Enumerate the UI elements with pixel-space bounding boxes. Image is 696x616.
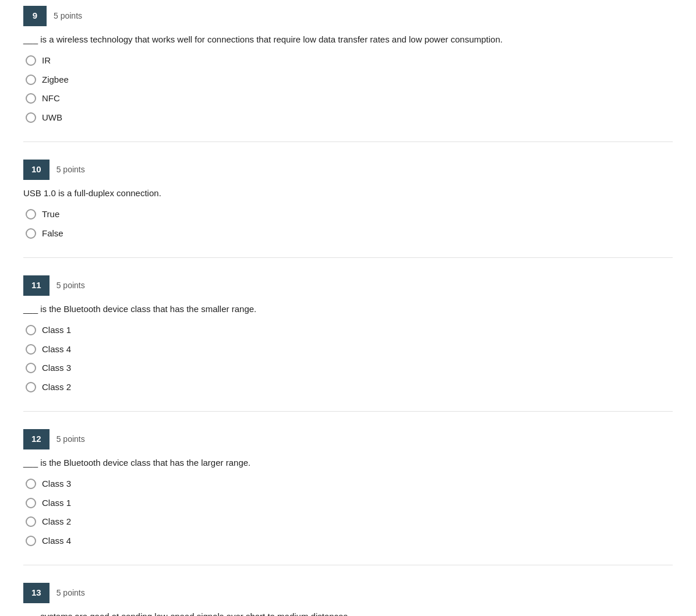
radio-circle-12-0[interactable] bbox=[26, 479, 36, 489]
question-points-12: 5 points bbox=[56, 433, 85, 445]
radio-circle-12-3[interactable] bbox=[26, 536, 36, 546]
question-number-12: 12 bbox=[23, 429, 50, 449]
radio-circle-12-1[interactable] bbox=[26, 498, 36, 508]
radio-circle-12-2[interactable] bbox=[26, 516, 36, 527]
option-item-9-1[interactable]: Zigbee bbox=[26, 73, 673, 87]
question-number-11: 11 bbox=[23, 275, 50, 296]
option-label-11-2: Class 3 bbox=[42, 362, 71, 375]
question-number-13: 13 bbox=[23, 583, 50, 603]
radio-circle-10-1[interactable] bbox=[26, 228, 36, 239]
radio-circle-11-0[interactable] bbox=[26, 325, 36, 335]
option-label-11-3: Class 2 bbox=[42, 381, 71, 394]
option-label-12-2: Class 2 bbox=[42, 515, 71, 529]
option-item-12-0[interactable]: Class 3 bbox=[26, 477, 673, 491]
question-header-12: 125 points bbox=[23, 429, 673, 449]
options-list-9: IRZigbeeNFCUWB bbox=[26, 54, 673, 124]
question-block-11: 115 points___ is the Bluetooth device cl… bbox=[23, 275, 673, 412]
option-item-9-3[interactable]: UWB bbox=[26, 111, 673, 125]
option-item-11-0[interactable]: Class 1 bbox=[26, 324, 673, 337]
option-label-11-0: Class 1 bbox=[42, 324, 71, 337]
question-text-10: USB 1.0 is a full-duplex connection. bbox=[23, 187, 673, 200]
option-label-9-0: IR bbox=[42, 54, 51, 68]
radio-circle-11-2[interactable] bbox=[26, 363, 36, 373]
option-item-10-0[interactable]: True bbox=[26, 208, 673, 221]
radio-circle-9-1[interactable] bbox=[26, 75, 36, 85]
question-points-10: 5 points bbox=[56, 164, 85, 176]
option-item-11-2[interactable]: Class 3 bbox=[26, 362, 673, 375]
radio-circle-11-3[interactable] bbox=[26, 382, 36, 392]
question-text-11: ___ is the Bluetooth device class that h… bbox=[23, 303, 673, 316]
question-block-13: 135 points___ systems are good at sendin… bbox=[23, 583, 673, 616]
option-label-11-1: Class 4 bbox=[42, 343, 71, 356]
option-label-10-0: True bbox=[42, 208, 59, 221]
option-item-12-3[interactable]: Class 4 bbox=[26, 534, 673, 548]
options-list-11: Class 1Class 4Class 3Class 2 bbox=[26, 324, 673, 394]
option-label-12-1: Class 1 bbox=[42, 497, 71, 510]
option-item-12-2[interactable]: Class 2 bbox=[26, 515, 673, 529]
option-label-9-3: UWB bbox=[42, 111, 62, 125]
option-item-9-2[interactable]: NFC bbox=[26, 92, 673, 105]
question-header-11: 115 points bbox=[23, 275, 673, 296]
question-number-9: 9 bbox=[23, 6, 47, 26]
question-block-12: 125 points___ is the Bluetooth device cl… bbox=[23, 429, 673, 565]
option-label-9-2: NFC bbox=[42, 92, 60, 105]
question-header-10: 105 points bbox=[23, 160, 673, 180]
question-points-13: 5 points bbox=[56, 587, 85, 599]
question-points-11: 5 points bbox=[56, 279, 85, 292]
options-list-12: Class 3Class 1Class 2Class 4 bbox=[26, 477, 673, 547]
question-block-10: 105 pointsUSB 1.0 is a full-duplex conne… bbox=[23, 160, 673, 258]
question-number-10: 10 bbox=[23, 160, 50, 180]
radio-circle-9-0[interactable] bbox=[26, 55, 36, 66]
question-header-9: 95 points bbox=[23, 6, 673, 26]
option-label-9-1: Zigbee bbox=[42, 73, 69, 87]
question-text-13: ___ systems are good at sending low-spee… bbox=[23, 610, 673, 617]
option-label-12-3: Class 4 bbox=[42, 534, 71, 548]
radio-circle-11-1[interactable] bbox=[26, 344, 36, 355]
question-header-13: 135 points bbox=[23, 583, 673, 603]
options-list-10: TrueFalse bbox=[26, 208, 673, 240]
option-item-9-0[interactable]: IR bbox=[26, 54, 673, 68]
radio-circle-9-3[interactable] bbox=[26, 112, 36, 123]
question-points-9: 5 points bbox=[54, 10, 82, 22]
option-item-11-3[interactable]: Class 2 bbox=[26, 381, 673, 394]
option-item-12-1[interactable]: Class 1 bbox=[26, 497, 673, 510]
question-text-9: ___ is a wireless technology that works … bbox=[23, 33, 673, 47]
question-block-9: 95 points___ is a wireless technology th… bbox=[23, 6, 673, 142]
option-item-11-1[interactable]: Class 4 bbox=[26, 343, 673, 356]
option-label-12-0: Class 3 bbox=[42, 477, 71, 491]
option-label-10-1: False bbox=[42, 227, 63, 240]
radio-circle-10-0[interactable] bbox=[26, 209, 36, 220]
radio-circle-9-2[interactable] bbox=[26, 93, 36, 104]
page-container: 95 points___ is a wireless technology th… bbox=[0, 0, 696, 616]
question-text-12: ___ is the Bluetooth device class that h… bbox=[23, 456, 673, 470]
option-item-10-1[interactable]: False bbox=[26, 227, 673, 240]
